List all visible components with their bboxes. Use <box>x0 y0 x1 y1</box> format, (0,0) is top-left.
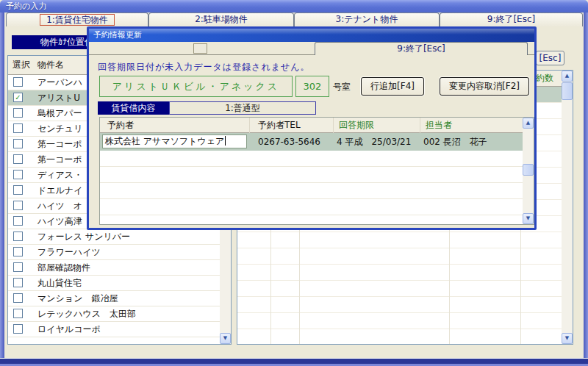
dialog-small-box <box>193 43 207 54</box>
dialog-exit-tab[interactable]: 9:終了[Esc] <box>315 42 528 55</box>
checkbox-icon[interactable] <box>13 247 23 256</box>
empty-table-rows <box>100 151 523 224</box>
property-name: ディアス・ <box>37 168 82 182</box>
scroll-up-icon[interactable]: ▲ <box>523 118 534 129</box>
property-row[interactable]: フォーレス サンリバー <box>8 229 220 245</box>
text-caret <box>225 136 226 146</box>
add-row-button[interactable]: 行追加[F4] <box>361 77 424 96</box>
window-border-left <box>0 12 4 366</box>
dialog-body: 9:終了[Esc] 回答期限日付が未入力データは登録されません。 アリストＵＫビ… <box>89 42 534 228</box>
property-name: フラワーハイツ <box>37 245 101 259</box>
tab-exit-label: 9:終了[Esc] <box>487 14 535 24</box>
checkbox-icon[interactable] <box>13 201 23 210</box>
cancel-changes-button[interactable]: 変更内容取消[F2] <box>440 77 529 96</box>
checkbox-checked-icon[interactable]: ✓ <box>13 93 23 102</box>
scroll-up-icon[interactable]: ▲ <box>562 71 573 82</box>
property-row[interactable]: ロイヤルコーポ <box>8 322 220 337</box>
window-title: 予約の入力 <box>6 1 46 11</box>
column-property-name: 物件名 <box>37 56 64 74</box>
reservation-list-scrollbar[interactable]: ▲ ▼ <box>562 71 573 344</box>
property-row[interactable]: フラワーハイツ <box>8 245 220 260</box>
property-row[interactable]: マンション 鍛冶屋 <box>8 291 220 306</box>
checkbox-icon[interactable] <box>13 185 23 195</box>
tab-tenant-label: 3:テナント物件 <box>336 14 398 24</box>
property-row[interactable]: レテックハウス 太田部 <box>8 306 220 322</box>
checkbox-icon[interactable] <box>13 108 23 118</box>
tab-tenant[interactable]: 3:テナント物件 <box>294 12 440 26</box>
property-name: アリストU <box>37 90 80 105</box>
property-name: ロイヤルコーポ <box>37 322 101 337</box>
reservation-table: 予約者 予約者TEL 回答期限 担当者 株式会社 アサマソフトウェア 0267-… <box>99 117 534 225</box>
cell-staff: 002 長沼 花子 <box>423 133 487 151</box>
room-number-field: 302 <box>295 76 329 97</box>
property-name: マンション 鍛冶屋 <box>37 291 118 306</box>
header-reserver: 予約者 <box>107 118 134 132</box>
checkbox-icon[interactable] <box>13 77 23 87</box>
reserver-input[interactable]: 株式会社 アサマソフトウェア <box>102 134 247 148</box>
checkbox-icon[interactable] <box>13 278 23 287</box>
tab-rental-housing-label: 1:賃貸住宅物件 <box>40 14 115 26</box>
building-name-field: アリストＵＫビル・アネックス <box>99 76 293 97</box>
property-name: 部屋確認物件 <box>37 260 90 275</box>
property-name: ドエルナイ <box>37 183 82 198</box>
column-select: 選択 <box>12 56 30 74</box>
header-staff: 担当者 <box>426 118 452 132</box>
tab-exit[interactable]: 9:終了[Esc] <box>440 12 583 26</box>
property-name: アーバンハ <box>37 75 82 90</box>
property-row[interactable]: 丸山貸住宅 <box>8 276 220 291</box>
app-window: 予約の入力 1:賃貸住宅物件 2:駐車場物件 3:テナント物件 9:終了[Esc… <box>0 0 588 366</box>
tab-rental-housing[interactable]: 1:賃貸住宅物件 <box>6 12 148 26</box>
checkbox-icon[interactable] <box>13 293 23 303</box>
tab-parking[interactable]: 2:駐車場物件 <box>148 12 294 26</box>
reservation-table-header: 予約者 予約者TEL 回答期限 担当者 <box>100 118 523 133</box>
scroll-down-icon[interactable]: ▼ <box>523 213 534 224</box>
column-reservation-count: 約数 <box>536 71 553 86</box>
scrollbar-thumb[interactable] <box>562 82 573 100</box>
reservation-update-dialog: 予約情報更新 9:終了[Esc] 回答期限日付が未入力データは登録されません。 … <box>87 26 537 230</box>
property-name: 島根アパー <box>37 106 82 121</box>
scrollbar-thumb[interactable] <box>523 164 534 176</box>
room-suffix-label: 号室 <box>333 81 351 93</box>
property-name: レテックハウス 太田部 <box>37 306 136 321</box>
header-reserver-tel: 予約者TEL <box>258 118 301 132</box>
checkbox-icon[interactable] <box>13 216 23 226</box>
tab-parking-label: 2:駐車場物件 <box>195 14 248 24</box>
property-name: フォーレス サンリバー <box>37 229 130 244</box>
window-border-right <box>584 12 588 366</box>
checkbox-icon[interactable] <box>13 262 23 272</box>
deadline-warning-text: 回答期限日付が未入力データは登録されません。 <box>98 61 310 73</box>
scroll-down-icon[interactable]: ▼ <box>220 333 231 344</box>
lease-content-label: 賃貸借内容 <box>98 101 169 115</box>
checkbox-icon[interactable] <box>13 232 23 241</box>
property-row[interactable]: 部屋確認物件 <box>8 260 220 276</box>
property-name: 第一コーポ <box>37 137 82 151</box>
property-name: 第一コーポ <box>37 152 82 167</box>
window-titlebar[interactable]: 予約の入力 <box>0 0 588 12</box>
checkbox-icon[interactable] <box>13 154 23 164</box>
scroll-down-icon[interactable]: ▼ <box>562 333 573 344</box>
checkbox-icon[interactable] <box>13 170 23 179</box>
reservation-data-row[interactable]: 株式会社 アサマソフトウェア 0267-63-5646 4 平成 25/03/2… <box>100 133 523 151</box>
cell-deadline: 4 平成 25/03/21 <box>337 133 411 151</box>
checkbox-icon[interactable] <box>13 324 23 334</box>
right-panel-esc-button[interactable]: [Esc] <box>536 51 564 65</box>
dialog-titlebar[interactable]: 予約情報更新 <box>89 29 534 42</box>
checkbox-icon[interactable] <box>13 309 23 318</box>
checkbox-icon[interactable] <box>13 123 23 133</box>
cell-tel: 0267-63-5646 <box>258 133 320 151</box>
checkbox-icon[interactable] <box>13 139 23 148</box>
dialog-table-scrollbar[interactable]: ▲ ▼ <box>523 118 534 224</box>
property-name: ハイツ高津 <box>37 214 82 229</box>
property-name: センチュリ <box>37 121 82 136</box>
dialog-title: 予約情報更新 <box>93 30 142 40</box>
header-reply-deadline: 回答期限 <box>339 118 374 132</box>
property-name: 丸山貸住宅 <box>37 276 82 290</box>
lease-type-field: 1:普通型 <box>169 101 316 115</box>
window-border-bottom <box>0 359 588 364</box>
reserver-input-value: 株式会社 アサマソフトウェア <box>105 136 224 146</box>
property-name: ハイツ オ <box>37 198 82 213</box>
